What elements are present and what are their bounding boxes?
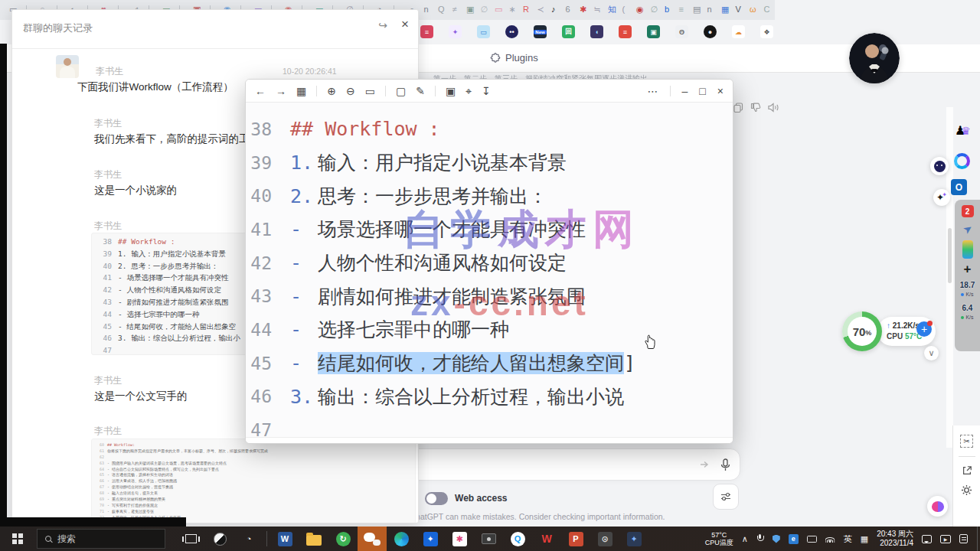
collapse-chevron-button[interactable]: ∨ [924, 346, 939, 360]
tray-hidden-icons-chevron[interactable]: ∧ [742, 534, 748, 544]
chess-app-icon[interactable]: ♟♛ [955, 123, 971, 138]
tab-favicon[interactable]: ω [750, 4, 756, 15]
tab-favicon[interactable]: ≡ [679, 4, 684, 15]
taskbar-pin-file-explorer[interactable] [299, 527, 328, 551]
tab-favicon[interactable]: ▣ [466, 4, 474, 15]
read-aloud-icon[interactable] [768, 103, 779, 112]
brain-assistant-button[interactable] [927, 496, 948, 517]
toolbar-icon[interactable]: ✎ [416, 86, 425, 96]
maximize-button[interactable]: □ [699, 86, 705, 96]
tab-favicon[interactable]: ∗ [509, 4, 516, 15]
taskbar-pin-wps[interactable]: W [532, 527, 561, 551]
plugins-selector[interactable]: Plugins [490, 52, 538, 64]
taskbar-pin-capcut[interactable]: ✱ [445, 527, 474, 551]
toolbar-icon[interactable]: ▢ [396, 86, 406, 96]
more-menu-icon[interactable]: ⋯ [648, 86, 658, 96]
start-button[interactable] [0, 527, 35, 551]
bookmark-icon[interactable]: ✦ [449, 25, 462, 38]
gear-icon[interactable] [961, 484, 972, 496]
tray-ime-language[interactable]: 英 [844, 533, 852, 545]
add-icon[interactable]: + [964, 264, 972, 275]
tray-video-popup[interactable]: ▶ [940, 535, 951, 543]
taskbar-pin-browser-assistant[interactable] [205, 527, 234, 551]
bookmark-icon[interactable]: ▣ [647, 25, 660, 38]
composer-settings-button[interactable] [713, 484, 739, 510]
tab-favicon[interactable]: n [707, 4, 712, 15]
taskbar-pin-camera-app[interactable]: ⊙ [590, 527, 619, 551]
tab-favicon[interactable]: ♪ [551, 4, 556, 15]
tray-wifi[interactable] [825, 535, 835, 543]
editor-content[interactable]: 38## Workflow :391.输入：用户指定小说基本背景402.思考：一… [246, 103, 733, 439]
tray-battery[interactable] [807, 536, 817, 543]
bookmark-icon[interactable]: 回 [562, 25, 575, 38]
bookmark-icon[interactable]: ☁ [732, 25, 745, 38]
telegram-plane-icon[interactable]: ➤ [960, 221, 975, 236]
tray-microphone[interactable] [756, 534, 764, 543]
tray-touch-keyboard[interactable]: ▦ [861, 534, 868, 544]
copilot-swirl-icon[interactable] [954, 153, 970, 169]
toolbar-icon[interactable]: → [276, 86, 286, 96]
tab-favicon[interactable]: Q [438, 4, 445, 15]
taskbar-pin-app-blue[interactable]: ✦ [416, 527, 445, 551]
tab-favicon[interactable]: ≺ [537, 4, 544, 15]
toolbar-icon[interactable]: ▭ [365, 86, 375, 96]
taskbar-pin-task-view[interactable] [176, 527, 205, 551]
bookmark-icon[interactable]: ≡ [619, 25, 632, 38]
bookmark-icon[interactable]: ❖ [760, 25, 773, 38]
bookmark-icon[interactable]: ʘ [675, 25, 688, 38]
tab-favicon[interactable]: ∅ [481, 4, 488, 15]
tab-favicon[interactable]: ≒ [594, 4, 601, 15]
tab-favicon[interactable]: b [665, 4, 669, 15]
open-external-icon[interactable] [962, 465, 972, 476]
screenshot-icon[interactable]: ✂ [960, 435, 973, 448]
toolbar-icon[interactable]: ⊖ [346, 86, 355, 96]
send-icon[interactable] [699, 459, 711, 470]
toolbar-icon[interactable]: ↧ [482, 86, 491, 96]
copy-icon[interactable] [733, 103, 743, 112]
tray-app-e[interactable]: e [789, 534, 799, 544]
toolbar-icon[interactable]: ← [255, 86, 266, 96]
outlook-icon[interactable]: O [951, 179, 967, 195]
close-icon[interactable]: × [401, 17, 409, 32]
tab-favicon[interactable]: 知 [608, 4, 616, 15]
taskbar-pin-powerpoint[interactable]: P [561, 527, 590, 551]
toolbar-icon[interactable]: ⌖ [466, 86, 472, 96]
tab-favicon[interactable]: ▤ [693, 4, 701, 15]
tab-favicon[interactable]: C [764, 4, 770, 15]
tab-favicon[interactable]: 6 [566, 4, 570, 15]
tab-favicon[interactable]: ◉ [636, 4, 644, 15]
assistant-robot-button[interactable] [930, 157, 949, 175]
tab-favicon[interactable]: ( [622, 4, 626, 15]
mic-icon[interactable] [720, 458, 730, 471]
toolbar-icon[interactable]: ▦ [296, 86, 306, 96]
bookmark-icon[interactable]: ≡ [420, 25, 433, 38]
tray-notes[interactable] [959, 534, 968, 543]
tray-notifications[interactable] [922, 535, 932, 543]
tab-favicon[interactable]: n [424, 4, 429, 15]
tab-favicon[interactable]: V [736, 4, 741, 15]
page-scrollbar-thumb[interactable] [948, 228, 952, 283]
taskbar-pin-screen-recorder[interactable] [474, 527, 503, 551]
taskbar-pin-browser-360[interactable]: ↻ [328, 527, 358, 551]
web-access-toggle[interactable] [425, 492, 448, 505]
bookmark-icon[interactable]: ◖ [590, 25, 603, 38]
tab-favicon[interactable]: R [523, 4, 529, 15]
toolbar-icon[interactable]: ▣ [446, 86, 456, 96]
taskbar-search-box[interactable]: 搜索 [37, 529, 165, 549]
cpu-usage-ring[interactable]: 70% [842, 311, 882, 351]
taskbar-pin-word[interactable]: W [270, 527, 299, 551]
tray-security-shield[interactable] [773, 535, 780, 543]
taskbar-pin-dark-app[interactable]: ✦ [619, 527, 648, 551]
bookmark-icon[interactable]: New [534, 25, 547, 38]
toolbar-icon[interactable]: ⊕ [327, 86, 336, 96]
monitor-add-button[interactable]: + [916, 321, 932, 337]
show-desktop-button[interactable] [977, 527, 980, 551]
close-button[interactable]: × [717, 86, 724, 96]
taskbar-pin-search-app[interactable]: ◔ [234, 527, 263, 551]
tab-favicon[interactable]: ▦ [721, 4, 729, 15]
taskbar-pin-wechat[interactable] [358, 527, 387, 551]
taskbar-pin-qq[interactable]: Q [503, 527, 532, 551]
bookmark-icon[interactable]: •• [505, 25, 518, 38]
tab-favicon[interactable]: ≠ [452, 4, 457, 15]
minimize-button[interactable]: – [682, 86, 688, 96]
